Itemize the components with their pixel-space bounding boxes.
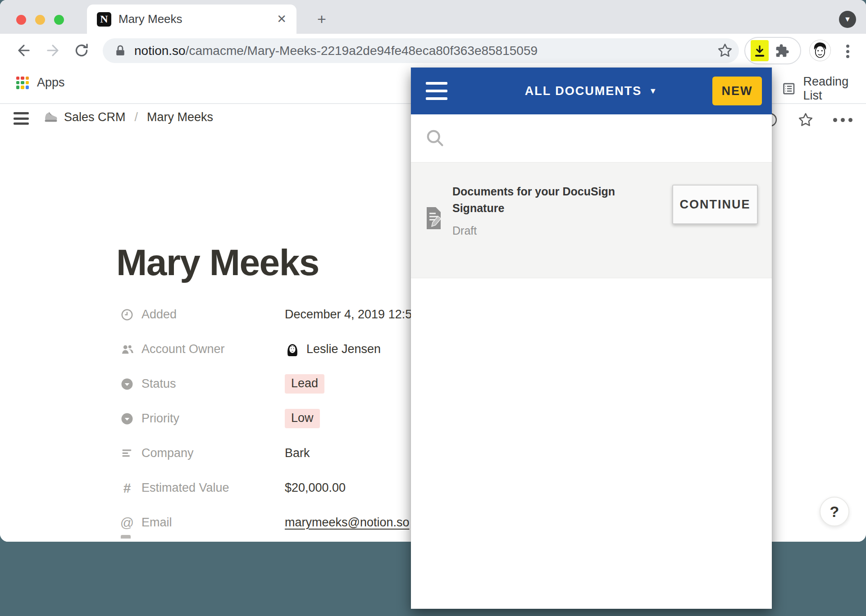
at-icon: @	[120, 516, 134, 530]
new-document-button[interactable]: NEW	[712, 77, 762, 105]
lock-icon	[114, 44, 127, 58]
property-label: Account Owner	[141, 342, 263, 356]
help-label: ?	[830, 503, 839, 521]
breadcrumb-workspace[interactable]: Sales CRM	[64, 110, 126, 124]
sidebar-menu-icon[interactable]	[14, 112, 29, 125]
url-path: /camacme/Mary-Meeks-2219a2de94fe48eca80f…	[186, 44, 538, 58]
new-button-label: NEW	[722, 84, 753, 98]
document-info: Documents for your DocuSign Signature Dr…	[452, 183, 664, 237]
property-label: Company	[141, 446, 263, 460]
property-label: Email	[141, 516, 263, 530]
zoom-window-button[interactable]	[54, 15, 64, 25]
page-options-icon[interactable]	[833, 118, 852, 122]
number-icon: #	[120, 481, 134, 495]
property-value[interactable]: Leslie Jensen	[285, 342, 381, 357]
filter-label: ALL DOCUMENTS	[525, 84, 642, 98]
leslie-avatar	[285, 342, 300, 357]
document-title: Documents for your DocuSign Signature	[452, 183, 664, 217]
favorite-star-icon[interactable]	[797, 111, 814, 128]
url-text: notion.so/camacme/Mary-Meeks-2219a2de94f…	[134, 44, 538, 58]
select-icon	[120, 377, 134, 391]
url-bar[interactable]: notion.so/camacme/Mary-Meeks-2219a2de94f…	[103, 38, 739, 63]
property-value[interactable]: Low	[285, 409, 320, 428]
docusign-extension-icon[interactable]	[751, 40, 769, 61]
extensions-puzzle-icon[interactable]	[775, 44, 789, 58]
property-label: Estimated Value	[141, 481, 263, 495]
continue-label: CONTINUE	[680, 198, 751, 212]
email-link[interactable]: marymeeks@notion.so	[285, 516, 410, 530]
browser-tab[interactable]: N Mary Meeks ✕	[87, 5, 296, 34]
browser-toolbar: notion.so/camacme/Mary-Meeks-2219a2de94f…	[0, 34, 866, 68]
extensions-area	[744, 37, 801, 64]
profile-avatar[interactable]	[809, 40, 831, 61]
cutoff-property-icon	[121, 535, 131, 539]
reload-button[interactable]	[73, 42, 90, 59]
tab-search-icon[interactable]: ▼	[839, 11, 856, 28]
help-button[interactable]: ?	[820, 497, 849, 526]
property-value[interactable]: $20,000.00	[285, 481, 346, 495]
minimize-window-button[interactable]	[35, 15, 45, 25]
continue-button[interactable]: CONTINUE	[672, 185, 758, 224]
property-value[interactable]: Lead	[285, 374, 324, 394]
person-icon	[120, 342, 134, 357]
clock-icon	[120, 308, 134, 322]
reading-list-icon	[782, 81, 796, 96]
property-value[interactable]: Bark	[285, 446, 310, 460]
titlebar: N Mary Meeks ✕ + ▼	[0, 0, 866, 34]
forward-button[interactable]	[44, 42, 61, 59]
property-label: Status	[141, 377, 263, 391]
document-draft-icon	[426, 207, 442, 230]
back-button[interactable]	[15, 42, 32, 59]
url-domain: notion.so	[134, 44, 186, 58]
close-window-button[interactable]	[16, 15, 26, 25]
notion-favicon: N	[97, 12, 111, 27]
property-label: Priority	[141, 412, 263, 426]
reading-list-label: Reading List	[803, 75, 866, 103]
person-name: Leslie Jensen	[306, 342, 381, 356]
priority-tag: Low	[285, 409, 320, 428]
tab-close-icon[interactable]: ✕	[277, 12, 287, 26]
property-label: Added	[141, 308, 263, 322]
docusign-popup: ALL DOCUMENTS ▼ NEW Documents for your D…	[411, 68, 772, 609]
document-list-item[interactable]: Documents for your DocuSign Signature Dr…	[411, 162, 772, 278]
breadcrumb-page[interactable]: Mary Meeks	[147, 110, 213, 124]
apps-grid-icon	[16, 77, 29, 89]
search-icon[interactable]	[425, 128, 445, 148]
select-icon	[120, 412, 134, 426]
property-value[interactable]: December 4, 2019 12:52	[285, 308, 419, 322]
chevron-down-icon: ▼	[649, 86, 658, 96]
bookmark-star-icon[interactable]	[716, 42, 734, 59]
popup-header: ALL DOCUMENTS ▼ NEW	[411, 68, 772, 114]
apps-label: Apps	[37, 76, 65, 90]
reading-list-button[interactable]: Reading List	[782, 75, 866, 103]
new-tab-button[interactable]: +	[313, 10, 331, 28]
document-status: Draft	[452, 224, 664, 237]
page-title[interactable]: Mary Meeks	[116, 241, 319, 284]
bookmark-apps[interactable]: Apps	[16, 76, 65, 90]
breadcrumb: Sales CRM / Mary Meeks	[43, 110, 213, 124]
text-icon	[120, 446, 134, 461]
status-tag: Lead	[285, 374, 324, 394]
breadcrumb-separator: /	[135, 110, 138, 124]
browser-menu-icon[interactable]	[845, 43, 850, 60]
tab-title: Mary Meeks	[119, 12, 272, 26]
sneaker-icon	[43, 110, 58, 124]
